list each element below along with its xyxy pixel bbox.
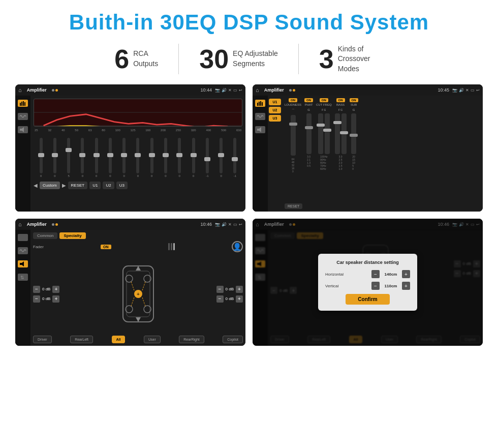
sub-on[interactable]: ON bbox=[350, 98, 358, 102]
screen2-sidebar bbox=[253, 96, 268, 212]
volume-icon: 🔊 bbox=[222, 88, 227, 93]
eq-slider-13: -1 bbox=[201, 138, 213, 177]
db-plus-btn-4[interactable]: + bbox=[236, 295, 243, 303]
svg-rect-4 bbox=[20, 129, 22, 131]
screen-fader: ⌂ Amplifier 10:46 📷 🔊 ✕ ▭ ↩ bbox=[15, 219, 245, 346]
home-icon-3[interactable]: ⌂ bbox=[18, 221, 22, 227]
bass-on[interactable]: ON bbox=[336, 98, 345, 102]
driver-btn[interactable]: Driver bbox=[33, 336, 52, 343]
rearright-btn[interactable]: RearRight bbox=[179, 336, 204, 343]
vertical-plus-btn[interactable]: + bbox=[402, 282, 410, 290]
db-minus-btn-1[interactable]: − bbox=[33, 286, 40, 293]
home-icon[interactable]: ⌂ bbox=[18, 87, 22, 93]
svg-rect-16 bbox=[21, 236, 22, 240]
eq-next-arrow[interactable]: ▶ bbox=[62, 183, 66, 188]
preset-u3-btn[interactable]: U3 bbox=[269, 115, 281, 122]
eq-prev-arrow[interactable]: ◀ bbox=[34, 183, 38, 188]
sidebar-eq-icon[interactable] bbox=[18, 100, 28, 107]
home-icon-2[interactable]: ⌂ bbox=[256, 87, 259, 93]
confirm-button[interactable]: Confirm bbox=[346, 294, 389, 305]
all-btn[interactable]: All bbox=[112, 336, 126, 343]
svg-rect-2 bbox=[23, 101, 24, 106]
screen-eq: ⌂ Amplifier 10:44 📷 🔊 ✕ ▭ ↩ bbox=[15, 84, 245, 212]
stat-eq: 30 EQ Adjustable Segments bbox=[179, 46, 298, 72]
db-value-3: 0 dB bbox=[226, 287, 234, 291]
phat-on[interactable]: ON bbox=[304, 98, 313, 102]
fader-tab-common[interactable]: Common bbox=[33, 232, 57, 239]
screen3-topbar: ⌂ Amplifier 10:46 📷 🔊 ✕ ▭ ↩ bbox=[15, 219, 245, 230]
crossover-reset-btn[interactable]: RESET bbox=[285, 203, 302, 209]
channel-phat: ON PHAT G 3.02.11.30.5 bbox=[304, 98, 313, 199]
phat-label: PHAT bbox=[305, 103, 313, 106]
svg-rect-3 bbox=[24, 102, 25, 106]
loudness-on[interactable]: ON bbox=[289, 98, 297, 102]
topbar-icons-3: 📷 🔊 ✕ ▭ ↩ bbox=[215, 222, 242, 227]
bass-slider-g[interactable] bbox=[341, 113, 347, 154]
eq-slider-1: 0 bbox=[35, 138, 47, 177]
stat-eq-label: EQ Adjustable Segments bbox=[233, 49, 278, 69]
sidebar-speaker-icon-2[interactable] bbox=[255, 126, 265, 133]
preset-u2-btn[interactable]: U2 bbox=[269, 107, 281, 113]
db-minus-btn-2[interactable]: − bbox=[33, 295, 40, 303]
phat-slider[interactable] bbox=[306, 113, 312, 154]
back-icon: ↩ bbox=[239, 88, 242, 93]
status-dot-2 bbox=[55, 89, 58, 92]
fader-diagram-area: − 0 dB + − 0 dB + bbox=[33, 254, 243, 334]
cutfreq-slider-g[interactable] bbox=[325, 113, 330, 154]
sidebar-arrows-icon[interactable]: ⇅ bbox=[18, 274, 28, 281]
sidebar-wave-icon[interactable] bbox=[18, 113, 28, 120]
sidebar-wave-icon-2[interactable] bbox=[255, 113, 265, 120]
user-btn[interactable]: User bbox=[144, 336, 161, 343]
sidebar-eq-icon-3[interactable] bbox=[18, 234, 28, 241]
svg-text:+: + bbox=[137, 291, 140, 297]
stat-eq-number: 30 bbox=[199, 46, 229, 72]
screen3-sidebar: ⇅ bbox=[15, 230, 30, 346]
horizontal-plus-btn[interactable]: + bbox=[402, 270, 410, 278]
fader-tab-specialty[interactable]: Specialty bbox=[59, 232, 85, 239]
horizontal-minus-btn[interactable]: − bbox=[371, 270, 380, 278]
x-icon: ✕ bbox=[228, 88, 232, 93]
db-plus-btn-3[interactable]: + bbox=[236, 286, 243, 293]
eq-u3-btn[interactable]: U3 bbox=[116, 182, 128, 189]
channel-cutfreq: ON CUT FREQ F G 100Hz9 bbox=[316, 98, 332, 199]
db-plus-btn-2[interactable]: + bbox=[52, 295, 59, 303]
db-row-2: − 0 dB + bbox=[33, 295, 59, 303]
db-minus-btn-4[interactable]: − bbox=[216, 295, 224, 303]
svg-text:⇅: ⇅ bbox=[20, 275, 24, 280]
rearleft-btn[interactable]: RearLeft bbox=[70, 336, 93, 343]
car-diagram-svg: + bbox=[115, 263, 161, 324]
eq-u1-btn[interactable]: U1 bbox=[89, 182, 101, 189]
copilot-btn[interactable]: Copilot bbox=[223, 336, 243, 343]
sidebar-speaker-icon[interactable] bbox=[18, 126, 28, 133]
svg-rect-15 bbox=[20, 237, 21, 240]
svg-rect-1 bbox=[21, 102, 22, 106]
eq-custom-btn[interactable]: Custom bbox=[40, 182, 60, 189]
stat-crossover: 3 Kinds of Crossover Modes bbox=[299, 44, 404, 74]
bass-slider-f[interactable] bbox=[335, 113, 340, 154]
screen1-time: 10:44 bbox=[200, 87, 212, 93]
stat-crossover-number: 3 bbox=[319, 46, 334, 72]
fader-on-badge[interactable]: ON bbox=[101, 245, 111, 249]
db-minus-btn-3[interactable]: − bbox=[216, 286, 224, 293]
db-row-1: − 0 dB + bbox=[33, 286, 59, 293]
db-value-1: 0 dB bbox=[42, 287, 50, 291]
stats-row: 6 RCA Outputs 30 EQ Adjustable Segments … bbox=[15, 44, 483, 74]
vertical-minus-btn[interactable]: − bbox=[371, 282, 380, 290]
sub-slider[interactable] bbox=[351, 113, 356, 154]
db-plus-btn-1[interactable]: + bbox=[52, 286, 59, 293]
cutfreq-slider-f[interactable] bbox=[318, 113, 323, 154]
loudness-slider[interactable] bbox=[291, 115, 296, 156]
sidebar-eq-icon-2[interactable] bbox=[255, 100, 265, 107]
screen2-time: 10:45 bbox=[438, 87, 449, 93]
dialog-overlay: Car speaker distance setting Horizontal … bbox=[253, 219, 483, 346]
cutfreq-on[interactable]: ON bbox=[320, 98, 328, 102]
eq-slider-14: 0 bbox=[214, 138, 227, 177]
svg-rect-0 bbox=[20, 103, 21, 106]
svg-line-33 bbox=[142, 297, 145, 306]
eq-reset-btn[interactable]: RESET bbox=[68, 182, 88, 189]
sidebar-speaker-icon-3[interactable] bbox=[18, 260, 28, 267]
screen1-content: 2532 4050 6380 100125 160200 250320 4005… bbox=[15, 96, 245, 212]
eq-u2-btn[interactable]: U2 bbox=[103, 182, 114, 189]
sidebar-wave-icon-3[interactable] bbox=[18, 247, 28, 254]
preset-u1-btn[interactable]: U1 bbox=[269, 99, 281, 105]
